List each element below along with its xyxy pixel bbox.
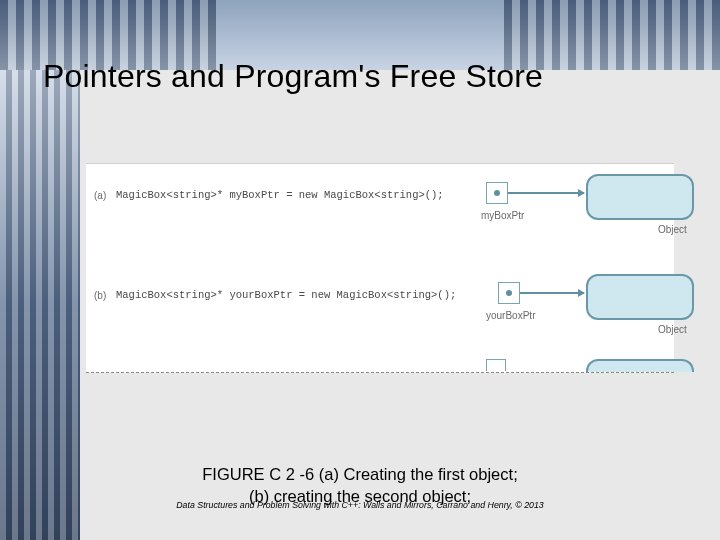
arrow-b bbox=[520, 292, 584, 294]
pointer-label-a: myBoxPtr bbox=[481, 210, 524, 221]
slide-title: Pointers and Program's Free Store bbox=[43, 58, 543, 95]
figure-row-b: (b) MagicBox<string>* yourBoxPtr = new M… bbox=[86, 272, 674, 362]
row-b-marker: (b) bbox=[94, 290, 106, 301]
object-box-b bbox=[586, 274, 694, 320]
arrow-a bbox=[508, 192, 584, 194]
object-label-a: Object bbox=[658, 224, 687, 235]
attribution-text: Data Structures and Problem Solving with… bbox=[18, 500, 702, 510]
partial-pointer-box bbox=[486, 359, 506, 371]
row-a-code: MagicBox<string>* myBoxPtr = new MagicBo… bbox=[116, 189, 444, 201]
object-box-a bbox=[586, 174, 694, 220]
figure-area: (a) MagicBox<string>* myBoxPtr = new Mag… bbox=[86, 163, 674, 373]
caption-line-1: FIGURE C 2 -6 (a) Creating the first obj… bbox=[202, 465, 517, 483]
figure-row-a: (a) MagicBox<string>* myBoxPtr = new Mag… bbox=[86, 172, 674, 262]
pointer-label-b: yourBoxPtr bbox=[486, 310, 535, 321]
row-b-code: MagicBox<string>* yourBoxPtr = new Magic… bbox=[116, 289, 456, 301]
pointer-box-b bbox=[498, 282, 520, 304]
row-a-marker: (a) bbox=[94, 190, 106, 201]
pointer-dot-icon bbox=[506, 290, 512, 296]
partial-object-box bbox=[586, 359, 694, 372]
pointer-box-a bbox=[486, 182, 508, 204]
pointer-dot-icon bbox=[494, 190, 500, 196]
slide-container: Pointers and Program's Free Store (a) Ma… bbox=[18, 18, 702, 522]
object-label-b: Object bbox=[658, 324, 687, 335]
